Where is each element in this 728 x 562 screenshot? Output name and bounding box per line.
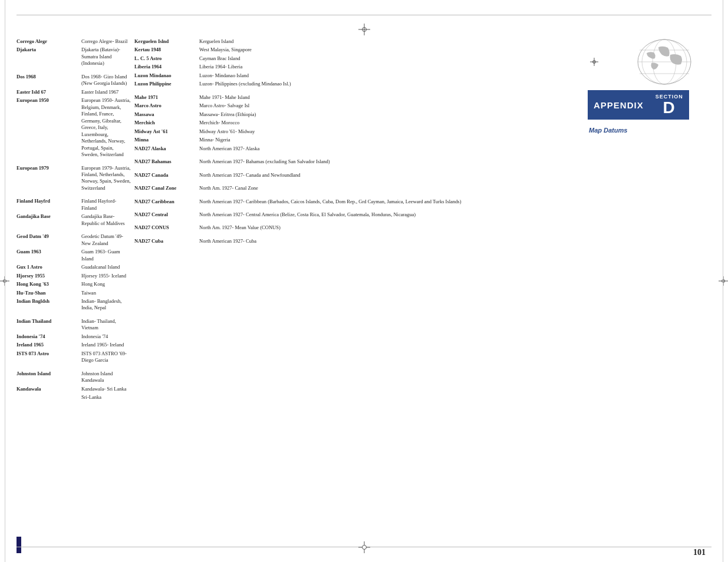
entry-midway: Midway Ast '61 Midway Astro '61- Midway bbox=[134, 128, 579, 135]
entry-guam: Guam 1963 Guam 1963- Guam Island bbox=[17, 249, 131, 262]
top-line bbox=[17, 15, 711, 15]
entry-liberia: Liberia 1964 Liberia 1964- Liberia bbox=[134, 64, 579, 70]
entry-indian-thailand: Indian Thailand Indian- Thailand, Vietna… bbox=[17, 318, 131, 332]
entry-kertau: Kertau 1948 West Malaysia, Singapore bbox=[134, 47, 579, 53]
entry-european1950: European 1950 European 1950- Austria, Be… bbox=[17, 97, 131, 158]
entry-indonesia: Indonesia '74 Indonesia '74 bbox=[17, 333, 131, 340]
entry-luzon-mind: Luzon Mindanao Luzon- Mindanao Island bbox=[134, 72, 579, 79]
section-label: SECTION D bbox=[650, 90, 689, 120]
left-columns: Corrego Alegr Corrego Alegre- Brazil Dja… bbox=[17, 35, 582, 530]
entry-djakarta: Djakarta Djakarta (Batavia)- Sumatra Isl… bbox=[17, 47, 131, 67]
entry-mahe: Mahe 1971 Mahe 1971- Mahe Island bbox=[134, 94, 579, 101]
entry-ists: ISTS 073 Astro ISTS 073 ASTRO '69- Diego… bbox=[17, 351, 131, 364]
page-container: Corrego Alegr Corrego Alegre- Brazil Dja… bbox=[0, 0, 728, 562]
entry-lc5: L. C. 5 Astro Cayman Brac Island bbox=[134, 55, 579, 62]
entry-dos1968: Dos 1968 Dos 1968- Gizo Island (New Geor… bbox=[17, 74, 131, 87]
entry-kerguelen: Kerguelen Islnd Kerguelen Island bbox=[134, 38, 579, 45]
entry-ireland: Ireland 1965 Ireland 1965- Ireland bbox=[17, 342, 131, 348]
page-inner: Corrego Alegr Corrego Alegre- Brazil Dja… bbox=[11, 0, 717, 562]
col2: Kerguelen Islnd Kerguelen Island Kertau … bbox=[134, 38, 582, 530]
appendix-banner: APPENDIX SECTION D bbox=[588, 90, 689, 120]
entry-nad27-caribbean: NAD27 Caribbean North American 1927- Car… bbox=[134, 199, 579, 205]
entry-finland: Finland Hayfrd Finland Hayford- Finland bbox=[17, 198, 131, 211]
entry-luzon-phil: Luzon Philippine Luzon- Philippines (exc… bbox=[134, 81, 579, 87]
top-crosshair bbox=[358, 24, 370, 35]
entry-massawa: Massawa Massawa- Eritrea (Ethiopia) bbox=[134, 111, 579, 118]
entry-hutzu: Hu-Tzu-Shan Taiwan bbox=[17, 290, 131, 296]
entry-merchich: Merchich Merchich- Morocco bbox=[134, 120, 579, 126]
col1: Corrego Alegr Corrego Alegre- Brazil Dja… bbox=[17, 38, 134, 530]
entry-indian-bngldsh: Indian Bngldsh Indian- Bangladesh, India… bbox=[17, 298, 131, 312]
entry-gandajika: Gandajika Base Gandajika Base- Republic … bbox=[17, 213, 131, 227]
entry-nad27-alaska: NAD27 Alaska North American 1927- Alaska bbox=[134, 146, 579, 152]
entry-srilanka: Sri-Lanka bbox=[17, 394, 131, 401]
appendix-label: APPENDIX bbox=[588, 90, 650, 120]
entry-nad27-canada: NAD27 Canada North American 1927- Canada… bbox=[134, 172, 579, 178]
entry-gux: Gux 1 Astro Guadalcanal Island bbox=[17, 264, 131, 270]
bottom-crosshair bbox=[358, 541, 370, 553]
top-crosshair-area bbox=[17, 0, 711, 35]
entry-kandawala: Kandawala Kandawala- Sri Lanka bbox=[17, 386, 131, 392]
map-datums-label: Map Datums bbox=[588, 127, 627, 134]
bottom-area: 101 bbox=[17, 530, 711, 562]
right-border bbox=[717, 0, 728, 562]
left-border bbox=[0, 0, 11, 562]
entry-johnston: Johnston Island Johnston Island Kandawal… bbox=[17, 371, 131, 384]
entry-nad27-canalzone: NAD27 Canal Zone North Am. 1927- Canal Z… bbox=[134, 185, 579, 191]
entry-nad27-bahamas: NAD27 Bahamas North American 1927- Baham… bbox=[134, 158, 579, 165]
entry-nad27-conus: NAD27 CONUS North Am. 1927- Mean Value (… bbox=[134, 224, 579, 231]
entry-marco: Marco Astro Marco Astro- Salvage Isl bbox=[134, 103, 579, 109]
entry-nad27-cuba: NAD27 Cuba North American 1927- Cuba bbox=[134, 238, 579, 244]
entry-european1979: European 1979 European 1979- Austria, Fi… bbox=[17, 165, 131, 192]
entry-easter: Easter Isld 67 Easter Island 1967 bbox=[17, 89, 131, 95]
page-number: 101 bbox=[693, 548, 706, 557]
entry-hjorsey: Hjorsey 1955 Hjorsey 1955- Iceland bbox=[17, 273, 131, 279]
entry-geod: Geod Datm '49 Geodetic Datum '49- New Ze… bbox=[17, 233, 131, 247]
bottom-marker bbox=[17, 537, 21, 553]
entry-hongkong: Hong Kong '63 Hong Kong bbox=[17, 281, 131, 287]
entry-corrego: Corrego Alegr Corrego Alegre- Brazil bbox=[17, 38, 131, 45]
main-content: Corrego Alegr Corrego Alegre- Brazil Dja… bbox=[17, 35, 711, 530]
entry-nad27-central: NAD27 Central North American 1927- Centr… bbox=[134, 211, 579, 218]
appendix-area: APPENDIX SECTION D Map Datums bbox=[582, 35, 711, 530]
entry-minna: Minna Minna- Nigeria bbox=[134, 137, 579, 143]
crosshair-circle bbox=[362, 27, 367, 32]
globe-decoration bbox=[588, 38, 694, 85]
